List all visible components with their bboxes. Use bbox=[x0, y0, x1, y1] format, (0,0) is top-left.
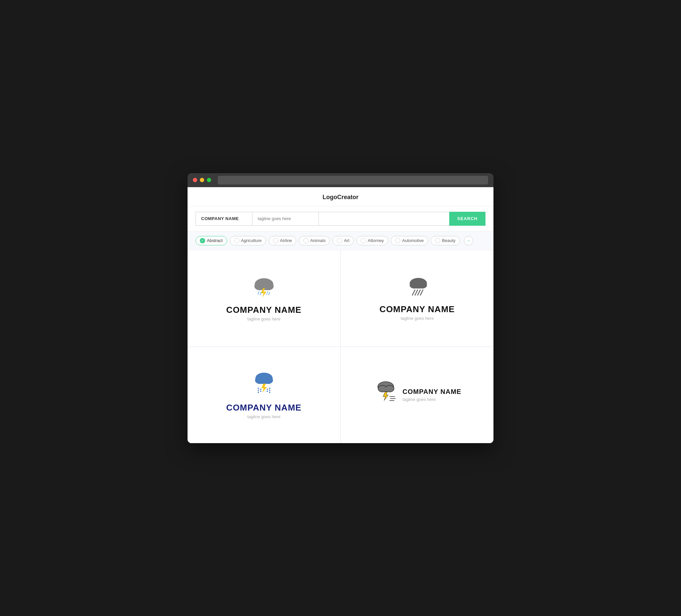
svg-point-25 bbox=[260, 389, 261, 390]
arrow-right-icon: → bbox=[466, 238, 471, 243]
check-icon-attorney bbox=[361, 238, 366, 243]
logo-card-4[interactable]: COMPANY NAME tagline goes here bbox=[341, 347, 494, 443]
filter-abstract[interactable]: ✓ Abstract bbox=[196, 236, 227, 245]
svg-line-7 bbox=[267, 291, 268, 294]
svg-point-28 bbox=[269, 390, 270, 391]
logo-4-text-block: COMPANY NAME tagline goes here bbox=[403, 388, 461, 402]
filter-label-airline: Airline bbox=[280, 238, 292, 243]
logo-3-tagline: tagline goes here bbox=[247, 414, 281, 419]
filter-beauty[interactable]: Beauty bbox=[431, 236, 459, 245]
filter-bar: ✓ Abstract Agriculture Airline Animals A… bbox=[187, 231, 494, 250]
browser-window: LogoCreator SEARCH ✓ Abstract Agricultur… bbox=[187, 173, 494, 443]
logo-icon-2 bbox=[402, 276, 432, 299]
svg-line-6 bbox=[260, 292, 261, 295]
svg-rect-20 bbox=[258, 379, 270, 383]
check-icon-beauty bbox=[435, 238, 440, 243]
svg-rect-35 bbox=[381, 387, 391, 391]
logo-3-company-name: COMPANY NAME bbox=[226, 403, 301, 413]
address-bar bbox=[218, 176, 488, 184]
svg-point-24 bbox=[258, 392, 259, 393]
svg-point-22 bbox=[258, 388, 259, 389]
logo-1-company-name: COMPANY NAME bbox=[226, 305, 301, 315]
filter-label-abstract: Abstract bbox=[207, 238, 223, 243]
filter-label-art: Art bbox=[344, 238, 350, 243]
tagline-input[interactable] bbox=[252, 212, 319, 226]
svg-point-27 bbox=[269, 388, 270, 389]
filter-animals[interactable]: Animals bbox=[299, 236, 330, 245]
extra-input[interactable] bbox=[319, 212, 449, 226]
svg-line-15 bbox=[418, 290, 420, 295]
svg-line-16 bbox=[420, 290, 423, 295]
check-icon-abstract: ✓ bbox=[200, 238, 205, 243]
logo-grid: COMPANY NAME tagline goes here bbox=[187, 250, 494, 443]
check-icon-art bbox=[337, 238, 342, 243]
svg-rect-12 bbox=[412, 284, 424, 288]
company-name-input[interactable] bbox=[196, 212, 252, 226]
svg-marker-36 bbox=[383, 392, 388, 401]
logo-2-company-name: COMPANY NAME bbox=[379, 304, 455, 314]
svg-line-13 bbox=[412, 290, 415, 295]
filter-label-automotive: Automotive bbox=[402, 238, 424, 243]
maximize-button[interactable] bbox=[207, 178, 211, 182]
logo-4-tagline: tagline goes here bbox=[403, 397, 461, 402]
filter-attorney[interactable]: Attorney bbox=[356, 236, 388, 245]
logo-4-inline-row: COMPANY NAME tagline goes here bbox=[373, 380, 461, 410]
logo-card-1[interactable]: COMPANY NAME tagline goes here bbox=[187, 250, 340, 346]
filter-automotive[interactable]: Automotive bbox=[391, 236, 428, 245]
filter-airline[interactable]: Airline bbox=[269, 236, 296, 245]
search-bar: SEARCH bbox=[187, 206, 494, 231]
filter-label-agriculture: Agriculture bbox=[241, 238, 262, 243]
svg-line-14 bbox=[415, 290, 418, 295]
svg-point-30 bbox=[267, 389, 268, 390]
logo-1-tagline: tagline goes here bbox=[247, 316, 281, 322]
browser-titlebar bbox=[187, 173, 494, 187]
filter-agriculture[interactable]: Agriculture bbox=[230, 236, 266, 245]
svg-marker-21 bbox=[261, 384, 267, 393]
browser-content: LogoCreator SEARCH ✓ Abstract Agricultur… bbox=[187, 187, 494, 443]
minimize-button[interactable] bbox=[200, 178, 204, 182]
logo-icon-4 bbox=[373, 380, 398, 405]
filter-label-beauty: Beauty bbox=[442, 238, 455, 243]
svg-point-23 bbox=[258, 390, 259, 391]
svg-line-8 bbox=[269, 292, 270, 295]
svg-point-29 bbox=[269, 392, 270, 393]
check-icon-agriculture bbox=[234, 238, 239, 243]
svg-point-31 bbox=[267, 391, 268, 392]
filter-art[interactable]: Art bbox=[332, 236, 354, 245]
svg-point-26 bbox=[260, 391, 261, 392]
logo-card-2[interactable]: COMPANY NAME tagline goes here bbox=[341, 250, 494, 346]
close-button[interactable] bbox=[193, 178, 197, 182]
filter-label-attorney: Attorney bbox=[368, 238, 384, 243]
svg-line-5 bbox=[258, 291, 259, 294]
filter-next-button[interactable]: → bbox=[464, 236, 473, 245]
logo-2-tagline: tagline goes here bbox=[401, 316, 434, 321]
logo-icon-1 bbox=[249, 275, 279, 300]
app-title: LogoCreator bbox=[323, 194, 358, 201]
logo-icon-3 bbox=[249, 371, 279, 397]
filter-label-animals: Animals bbox=[310, 238, 326, 243]
app-header: LogoCreator bbox=[187, 187, 494, 206]
check-icon-animals bbox=[303, 238, 309, 243]
logo-4-company-name: COMPANY NAME bbox=[403, 388, 461, 395]
check-icon-airline bbox=[273, 238, 278, 243]
logo-card-3[interactable]: COMPANY NAME tagline goes here bbox=[187, 347, 340, 443]
check-icon-automotive bbox=[395, 238, 400, 243]
search-button[interactable]: SEARCH bbox=[449, 212, 485, 226]
